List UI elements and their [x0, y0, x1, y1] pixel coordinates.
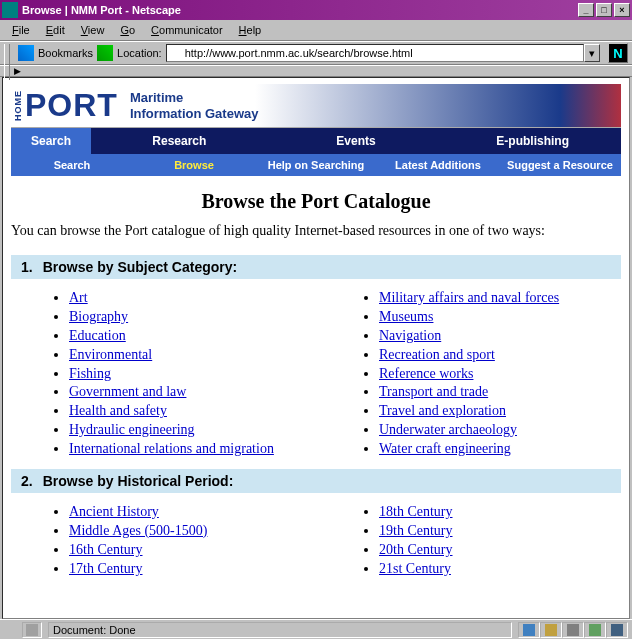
list-item: Water craft engineering	[379, 440, 621, 459]
category-link[interactable]: 20th Century	[379, 542, 453, 557]
category-link[interactable]: Government and law	[69, 384, 186, 399]
section-header: 2.Browse by Historical Period:	[11, 469, 621, 493]
list-item: Museums	[379, 308, 621, 327]
site-header-banner: HOME PORT Maritime Information Gateway	[11, 84, 621, 128]
site-tagline: Maritime Information Gateway	[130, 90, 259, 121]
app-icon	[2, 2, 18, 18]
list-item: Government and law	[69, 383, 311, 402]
category-link[interactable]: Water craft engineering	[379, 441, 511, 456]
list-item: Environmental	[69, 346, 311, 365]
list-item: Fishing	[69, 365, 311, 384]
list-item: 16th Century	[69, 541, 311, 560]
category-link[interactable]: 18th Century	[379, 504, 453, 519]
list-item: 19th Century	[379, 522, 621, 541]
list-item: Navigation	[379, 327, 621, 346]
security-icon[interactable]	[22, 622, 42, 638]
menu-edit[interactable]: Edit	[38, 22, 73, 38]
list-item: Biography	[69, 308, 311, 327]
subnav-search[interactable]: Search	[11, 159, 133, 171]
component-mail-icon[interactable]	[540, 622, 562, 638]
category-link[interactable]: Ancient History	[69, 504, 159, 519]
site-logo[interactable]: PORT	[25, 87, 118, 124]
category-link[interactable]: Fishing	[69, 366, 111, 381]
bookmarks-label[interactable]: Bookmarks	[38, 47, 93, 59]
category-link[interactable]: Museums	[379, 309, 433, 324]
tab-events[interactable]: Events	[268, 128, 445, 154]
window-titlebar: Browse | NMM Port - Netscape _ □ ×	[0, 0, 632, 20]
category-link[interactable]: Art	[69, 290, 88, 305]
list-item: Ancient History	[69, 503, 311, 522]
minimize-button[interactable]: _	[578, 3, 594, 17]
section-number: 2.	[11, 469, 43, 493]
list-item: Art	[69, 289, 311, 308]
url-dropdown-button[interactable]: ▾	[584, 44, 600, 62]
list-item: Transport and trade	[379, 383, 621, 402]
category-link[interactable]: Middle Ages (500-1500)	[69, 523, 207, 538]
subnav-browse[interactable]: Browse	[133, 159, 255, 171]
tab-search[interactable]: Search	[11, 128, 91, 154]
component-composer-icon[interactable]	[606, 622, 628, 638]
category-link[interactable]: Environmental	[69, 347, 152, 362]
tagline-line: Maritime	[130, 90, 259, 106]
component-addressbook-icon[interactable]	[584, 622, 606, 638]
category-link[interactable]: 21st Century	[379, 561, 451, 576]
section-header: 1.Browse by Subject Category:	[11, 255, 621, 279]
netscape-throbber-icon[interactable]: N	[608, 43, 628, 63]
menu-go[interactable]: Go	[112, 22, 143, 38]
toolbar-grip[interactable]	[4, 62, 10, 80]
list-item: International relations and migration	[69, 440, 311, 459]
browse-columns: Ancient HistoryMiddle Ages (500-1500)16t…	[11, 493, 621, 589]
list-item: Reference works	[379, 365, 621, 384]
category-link[interactable]: Health and safety	[69, 403, 167, 418]
window-title: Browse | NMM Port - Netscape	[22, 4, 578, 16]
tab-research[interactable]: Research	[91, 128, 268, 154]
category-link[interactable]: International relations and migration	[69, 441, 274, 456]
subnav-latest[interactable]: Latest Additions	[377, 159, 499, 171]
maximize-button[interactable]: □	[596, 3, 612, 17]
section-label: Browse by Subject Category:	[43, 255, 343, 279]
menu-communicator[interactable]: Communicator	[143, 22, 231, 38]
tab-epublishing[interactable]: E-publishing	[444, 128, 621, 154]
menu-file[interactable]: File	[4, 22, 38, 38]
category-link[interactable]: Education	[69, 328, 126, 343]
category-link[interactable]: Military affairs and naval forces	[379, 290, 559, 305]
category-link[interactable]: Underwater archaeology	[379, 422, 517, 437]
toolbar-grip[interactable]	[4, 44, 10, 62]
personal-toolbar: ▶	[0, 65, 632, 77]
list-item: Health and safety	[69, 402, 311, 421]
list-item: Travel and exploration	[379, 402, 621, 421]
chevron-right-icon[interactable]: ▶	[14, 66, 21, 76]
category-link[interactable]: Biography	[69, 309, 128, 324]
subnav-suggest[interactable]: Suggest a Resource	[499, 159, 621, 171]
list-item: 20th Century	[379, 541, 621, 560]
subnav-help[interactable]: Help on Searching	[255, 159, 377, 171]
list-item: Recreation and sport	[379, 346, 621, 365]
page-title: Browse the Port Catalogue	[11, 190, 621, 213]
category-link[interactable]: 16th Century	[69, 542, 143, 557]
list-item: Education	[69, 327, 311, 346]
component-navigator-icon[interactable]	[518, 622, 540, 638]
list-item: 17th Century	[69, 560, 311, 579]
category-link[interactable]: Transport and trade	[379, 384, 488, 399]
category-link[interactable]: Reference works	[379, 366, 473, 381]
category-link[interactable]: Navigation	[379, 328, 441, 343]
close-button[interactable]: ×	[614, 3, 630, 17]
list-item: Hydraulic engineering	[69, 421, 311, 440]
browse-columns: ArtBiographyEducationEnvironmentalFishin…	[11, 279, 621, 469]
location-icon	[97, 45, 113, 61]
category-link[interactable]: Recreation and sport	[379, 347, 495, 362]
category-link[interactable]: 19th Century	[379, 523, 453, 538]
bookmarks-icon[interactable]	[18, 45, 34, 61]
category-link[interactable]: Travel and exploration	[379, 403, 506, 418]
location-toolbar: Bookmarks Location: ▾ N	[0, 41, 632, 65]
menubar: File Edit View Go Communicator Help	[0, 20, 632, 41]
category-link[interactable]: Hydraulic engineering	[69, 422, 195, 437]
category-link[interactable]: 17th Century	[69, 561, 143, 576]
list-item: Middle Ages (500-1500)	[69, 522, 311, 541]
home-link[interactable]: HOME	[13, 90, 23, 121]
statusbar-grip[interactable]	[4, 623, 16, 637]
component-news-icon[interactable]	[562, 622, 584, 638]
menu-view[interactable]: View	[73, 22, 113, 38]
menu-help[interactable]: Help	[231, 22, 270, 38]
url-input[interactable]	[166, 44, 584, 62]
